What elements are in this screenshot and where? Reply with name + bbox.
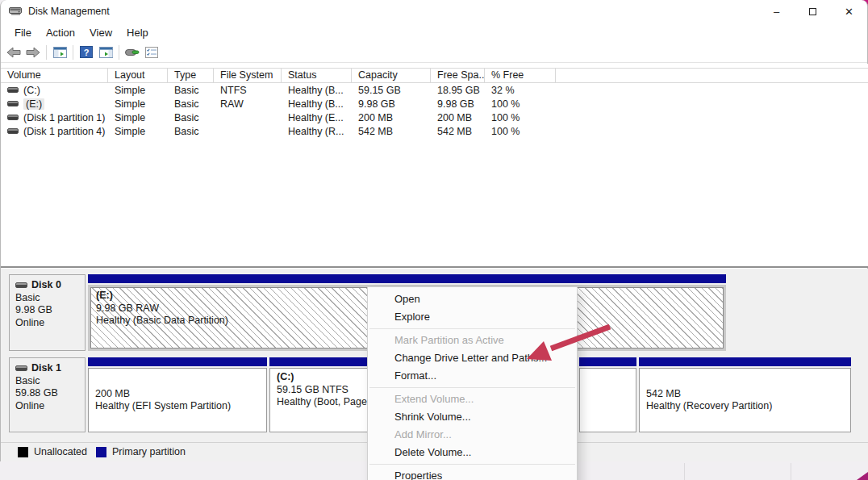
partition-info: 200 MBHealthy (EFI System Partition)	[88, 368, 267, 432]
column-header-layout[interactable]: Layout	[108, 69, 168, 82]
popup-view-button[interactable]	[123, 44, 142, 61]
context-menu-item-format[interactable]: Format...	[368, 367, 577, 385]
cell-volume: (Disk 1 partition 4)	[1, 126, 108, 137]
column-header-blank	[556, 69, 868, 82]
volume-row[interactable]: (Disk 1 partition 1)SimpleBasicHealthy (…	[1, 111, 868, 124]
toolbar-separator	[119, 45, 119, 60]
toolbar: ?	[1, 42, 867, 63]
minimize-button[interactable]: –	[758, 0, 795, 23]
back-button[interactable]	[4, 44, 23, 61]
disk-info-line: 9.98 GB	[15, 304, 79, 317]
disk-info-line: Online	[15, 400, 79, 413]
menu-file[interactable]: File	[7, 24, 39, 41]
svg-text:?: ?	[84, 48, 90, 57]
menu-help[interactable]: Help	[119, 24, 156, 41]
volume-icon	[7, 101, 19, 106]
cell-layout: Simple	[108, 112, 168, 123]
column-header-file-system[interactable]: File System	[214, 69, 282, 82]
toolbar-separator	[73, 45, 73, 60]
context-menu-item-properties[interactable]: Properties	[368, 467, 577, 480]
disk-label-disk-1[interactable]: Disk 1Basic59.88 GBOnline	[9, 357, 86, 432]
disk-name: Disk 1	[15, 362, 79, 375]
column-header-capacity[interactable]: Capacity	[352, 69, 431, 82]
cell-pct_free: 100 %	[485, 126, 556, 137]
disk-info-line: 59.88 GB	[15, 387, 79, 400]
cell-volume: (Disk 1 partition 1)	[1, 112, 108, 123]
menu-action[interactable]: Action	[39, 24, 82, 41]
column-header-volume[interactable]: Volume	[1, 69, 108, 82]
maximize-button[interactable]	[795, 0, 831, 23]
disk-management-app-icon	[9, 6, 23, 17]
volume-table-body: (C:)SimpleBasicNTFSHealthy (B...59.15 GB…	[1, 83, 868, 138]
legend-label: Primary partition	[112, 446, 186, 457]
primary-partition-bar	[639, 357, 851, 366]
column-header-status[interactable]: Status	[282, 69, 352, 82]
menu-bar: File Action View Help	[1, 23, 867, 42]
cell-status: Healthy (B...	[282, 98, 352, 110]
volume-name: (C:)	[23, 85, 40, 96]
action-pane-icon	[99, 47, 113, 58]
column-header--free[interactable]: % Free	[485, 69, 556, 82]
wallpaper-accent	[857, 472, 868, 480]
menu-view[interactable]: View	[82, 24, 119, 41]
primary-partition-bar	[88, 274, 726, 283]
forward-arrow-icon	[26, 47, 40, 58]
primary-partition-bar	[579, 357, 636, 366]
cell-pct_free: 32 %	[485, 85, 556, 96]
help-icon: ?	[80, 46, 93, 58]
disk-icon	[15, 365, 27, 371]
close-button[interactable]: ✕	[831, 0, 867, 23]
column-header-type[interactable]: Type	[168, 69, 214, 82]
disk-info-line: Basic	[15, 292, 79, 305]
volume-row[interactable]: (C:)SimpleBasicNTFSHealthy (B...59.15 GB…	[1, 83, 868, 97]
cell-type: Basic	[168, 98, 214, 110]
volume-row[interactable]: (Disk 1 partition 4)SimpleBasicHealthy (…	[1, 124, 868, 138]
context-menu-item-add-mirror: Add Mirror...	[368, 426, 577, 444]
cell-capacity: 59.15 GB	[352, 85, 431, 96]
context-menu-item-explore[interactable]: Explore	[368, 308, 577, 326]
volume-name: (E:)	[23, 98, 44, 110]
legend-swatch	[18, 447, 28, 457]
close-icon: ✕	[845, 6, 853, 18]
volume-list-pane: VolumeLayoutTypeFile SystemStatusCapacit…	[1, 64, 868, 268]
volume-table-header: VolumeLayoutTypeFile SystemStatusCapacit…	[1, 68, 868, 83]
cell-status: Healthy (B...	[282, 85, 352, 96]
cell-status: Healthy (E...	[282, 112, 352, 123]
volume-row[interactable]: (E:)SimpleBasicRAWHealthy (B...9.98 GB9.…	[1, 97, 868, 111]
volume-name: (Disk 1 partition 4)	[23, 126, 105, 137]
cell-capacity: 200 MB	[352, 112, 431, 123]
forward-button[interactable]	[23, 44, 43, 61]
context-menu-item-shrink-volume[interactable]: Shrink Volume...	[368, 408, 577, 426]
cell-free: 9.98 GB	[431, 98, 485, 110]
context-menu-separator	[369, 464, 575, 465]
partition-context-menu: OpenExploreMark Partition as ActiveChang…	[367, 286, 578, 480]
back-arrow-icon	[6, 47, 21, 58]
partition-block[interactable]: 542 MBHealthy (Recovery Partition)	[639, 357, 851, 432]
partition-detail: 200 MB	[95, 388, 260, 401]
context-menu-item-open[interactable]: Open	[368, 290, 577, 308]
help-button[interactable]: ?	[77, 44, 96, 61]
cell-capacity: 9.98 GB	[352, 98, 431, 110]
context-menu-item-change-drive-letter-and-paths[interactable]: Change Drive Letter and Paths...	[368, 349, 577, 367]
column-header-free-spa-[interactable]: Free Spa...	[431, 69, 485, 82]
cell-layout: Simple	[108, 85, 168, 96]
legend-item: Unallocated	[18, 446, 87, 457]
context-menu-item-delete-volume[interactable]: Delete Volume...	[368, 444, 577, 461]
context-menu-separator	[369, 328, 575, 329]
cell-free: 18.95 GB	[431, 85, 485, 96]
checklist-button[interactable]	[142, 44, 161, 61]
partition-info: 542 MBHealthy (Recovery Partition)	[639, 368, 851, 432]
show-action-pane-button[interactable]	[96, 44, 115, 61]
cell-type: Basic	[168, 85, 214, 96]
context-menu-separator	[369, 387, 575, 388]
partition-block[interactable]	[579, 357, 636, 432]
disk-label-disk-0[interactable]: Disk 0Basic9.98 GBOnline	[9, 274, 86, 351]
partition-block[interactable]: 200 MBHealthy (EFI System Partition)	[88, 357, 267, 432]
cell-layout: Simple	[108, 126, 168, 137]
cell-free: 542 MB	[431, 126, 485, 137]
volume-name: (Disk 1 partition 1)	[23, 112, 105, 123]
popup-view-icon	[125, 48, 140, 57]
context-menu-item-mark-partition-as-active: Mark Partition as Active	[368, 332, 577, 349]
show-console-tree-button[interactable]	[50, 44, 69, 61]
partition-info	[579, 368, 636, 432]
